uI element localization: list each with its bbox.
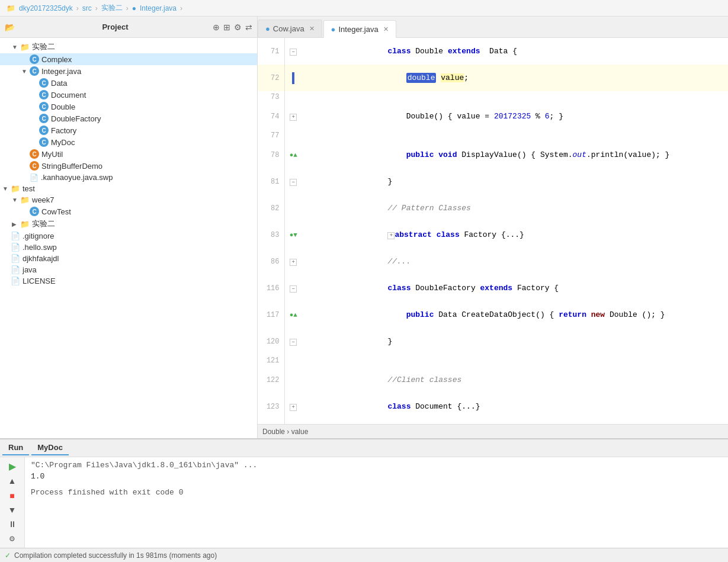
breadcrumb-root[interactable]: dky20172325dyk xyxy=(19,4,73,12)
run-sidebar: ▶ ▲ ■ ▼ ⏸ ⚙ xyxy=(0,457,25,548)
tree-item-test[interactable]: ▼ 📁 test xyxy=(0,183,257,194)
breadcrumb-src[interactable]: src xyxy=(82,4,92,12)
code-cell-73 xyxy=(302,91,728,103)
code-line-83: 83 ●▼ +abstract class Factory {...} xyxy=(258,221,728,248)
code-container[interactable]: 71 − class Double extends Data { 72 xyxy=(258,38,728,424)
tree-item-data[interactable]: C Data xyxy=(0,77,257,89)
sidebar-sync-icon[interactable]: ⊕ xyxy=(213,23,220,32)
sidebar-expand-icon[interactable]: ⊞ xyxy=(223,23,230,32)
line-num-73: 73 xyxy=(258,91,284,103)
tab-integer-java[interactable]: ● Integer.java ✕ xyxy=(323,20,396,38)
gutter-77 xyxy=(284,130,302,142)
tree-item-djkhfakajdl[interactable]: 📄 djkhfakajdl xyxy=(0,253,257,264)
run-content: ▶ ▲ ■ ▼ ⏸ ⚙ "C:\Program Files\Java\jdk1.… xyxy=(0,457,728,548)
tree-label-gitignore: .gitignore xyxy=(23,232,54,240)
line-num-74: 74 xyxy=(258,103,284,130)
breadcrumb-file[interactable]: Integer.java xyxy=(140,4,177,12)
fold-86[interactable]: + xyxy=(290,259,297,266)
run-tab-label[interactable]: Run xyxy=(2,441,29,455)
code-line-72: 72 double value; xyxy=(258,65,728,91)
code-line-120: 120 − } xyxy=(258,328,728,355)
code-cell-121 xyxy=(302,355,728,367)
code-line-73: 73 xyxy=(258,91,728,103)
tree-item-stringbufferdemo[interactable]: C StringBufferDemo xyxy=(0,160,257,172)
tree-label-test: test xyxy=(23,184,35,193)
code-line-86: 86 + //... xyxy=(258,248,728,275)
tree-label-hello-swp: .hello.swp xyxy=(23,243,57,252)
tree-item-integer-java[interactable]: ▼ C Integer.java xyxy=(0,65,257,77)
tree-item-double[interactable]: C Double xyxy=(0,101,257,113)
folder-icon-lab2: 📁 xyxy=(20,43,30,52)
tab-icon-cow: ● xyxy=(265,24,270,33)
tree-item-document[interactable]: C Document xyxy=(0,89,257,101)
tree-item-complex[interactable]: C Complex xyxy=(0,53,257,65)
tree-item-lab2-2[interactable]: ▶ 📁 实验二 xyxy=(0,217,257,230)
code-cell-120: } xyxy=(302,328,728,355)
code-table: 71 − class Double extends Data { 72 xyxy=(258,38,728,424)
run-down-button[interactable]: ▼ xyxy=(5,505,20,515)
run-stop-button[interactable]: ■ xyxy=(5,490,20,500)
java-icon-complex: C xyxy=(30,54,39,64)
tree-item-hello-swp[interactable]: 📄 .hello.swp xyxy=(0,242,257,253)
run-up-button[interactable]: ▲ xyxy=(5,476,20,486)
tree-item-lab2[interactable]: ▼ 📁 实验二 xyxy=(0,40,257,53)
run-tab-bar: Run MyDoc xyxy=(0,439,728,457)
run-icon-78[interactable]: ●▲ xyxy=(290,152,297,159)
fold-83[interactable]: + xyxy=(387,232,395,239)
sidebar-settings-icon[interactable]: ⚙ xyxy=(234,23,242,32)
tree-item-factory[interactable]: C Factory xyxy=(0,124,257,136)
run-tab-name[interactable]: MyDoc xyxy=(31,441,69,455)
gutter-86: + xyxy=(284,248,302,275)
line-num-132: 132 xyxy=(258,420,284,424)
gutter-116: − xyxy=(284,275,302,301)
line-num-78: 78 xyxy=(258,142,284,168)
gutter-121 xyxy=(284,355,302,367)
tree-item-gitignore[interactable]: 📄 .gitignore xyxy=(0,230,257,242)
tab-close-integer[interactable]: ✕ xyxy=(383,25,389,33)
tab-close-cow[interactable]: ✕ xyxy=(309,25,315,33)
line-num-120: 120 xyxy=(258,328,284,355)
tree-label-doublefactory: DoubleFactory xyxy=(51,114,101,123)
breadcrumb-lab2[interactable]: 实验二 xyxy=(101,3,123,13)
gutter-74: + xyxy=(284,103,302,130)
tree-item-cowtest[interactable]: C CowTest xyxy=(0,205,257,217)
tree-item-java[interactable]: 📄 java xyxy=(0,264,257,275)
sidebar: 📂 Project ⊕ ⊞ ⚙ ⇄ ▼ 📁 实验二 C xyxy=(0,17,258,438)
run-settings-button[interactable]: ⚙ xyxy=(5,534,20,544)
tree-arrow-lab2[interactable]: ▼ xyxy=(12,44,20,50)
code-cell-71: class Double extends Data { xyxy=(302,38,728,65)
tab-cow-java[interactable]: ● Cow.java ✕ xyxy=(258,20,322,37)
code-cell-132: //Test class xyxy=(302,420,728,424)
run-icon-83[interactable]: ●▼ xyxy=(290,232,297,239)
java-icon-stringbufferdemo: C xyxy=(30,161,39,171)
tree-item-kanhaoyue[interactable]: 📄 .kanhaoyue.java.swp xyxy=(0,172,257,183)
file-icon-djkhfakajdl: 📄 xyxy=(11,254,20,263)
code-line-132: 132 //Test class xyxy=(258,420,728,424)
tab-label-cow: Cow.java xyxy=(273,24,304,33)
code-cell-81: } xyxy=(302,168,728,195)
tree-item-mydoc[interactable]: C MyDoc xyxy=(0,136,257,148)
run-output: "C:\Program Files\Java\jdk1.8.0_161\bin\… xyxy=(25,457,728,548)
tree-item-week7[interactable]: ▼ 📁 week7 xyxy=(0,194,257,205)
line-num-116: 116 xyxy=(258,275,284,301)
tree-arrow-integer[interactable]: ▼ xyxy=(21,68,30,75)
run-icon-117[interactable]: ●▲ xyxy=(290,311,297,319)
java-icon-document: C xyxy=(39,90,49,99)
fold-120[interactable]: − xyxy=(290,339,297,346)
fold-116[interactable]: − xyxy=(290,285,297,293)
run-play-button[interactable]: ▶ xyxy=(5,461,20,472)
tree-item-myutil[interactable]: C MyUtil xyxy=(0,148,257,160)
java-icon-myutil: C xyxy=(30,149,39,159)
code-cell-122: //Client classes xyxy=(302,367,728,393)
gutter-71: − xyxy=(284,38,302,65)
sidebar-title: Project xyxy=(102,23,128,31)
tree-item-doublefactory[interactable]: C DoubleFactory xyxy=(0,113,257,124)
fold-71[interactable]: − xyxy=(290,49,297,56)
run-pause-button[interactable]: ⏸ xyxy=(5,519,20,529)
fold-123[interactable]: + xyxy=(290,404,297,411)
line-num-83: 83 xyxy=(258,221,284,248)
sidebar-gear-icon[interactable]: ⇄ xyxy=(245,23,252,32)
tree-item-license[interactable]: 📄 LICENSE xyxy=(0,275,257,287)
fold-74[interactable]: + xyxy=(290,114,297,121)
fold-81[interactable]: − xyxy=(290,179,297,186)
